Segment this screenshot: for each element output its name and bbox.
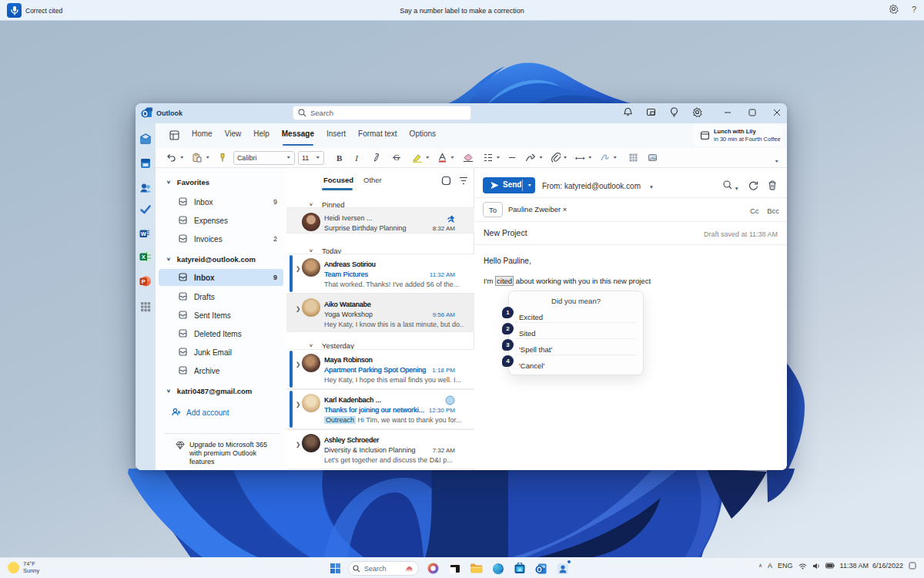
- svg-text:P: P: [142, 278, 146, 285]
- svg-text:⊞: ⊞: [517, 566, 521, 571]
- svg-text:W: W: [141, 230, 147, 237]
- svg-text:X: X: [142, 254, 146, 260]
